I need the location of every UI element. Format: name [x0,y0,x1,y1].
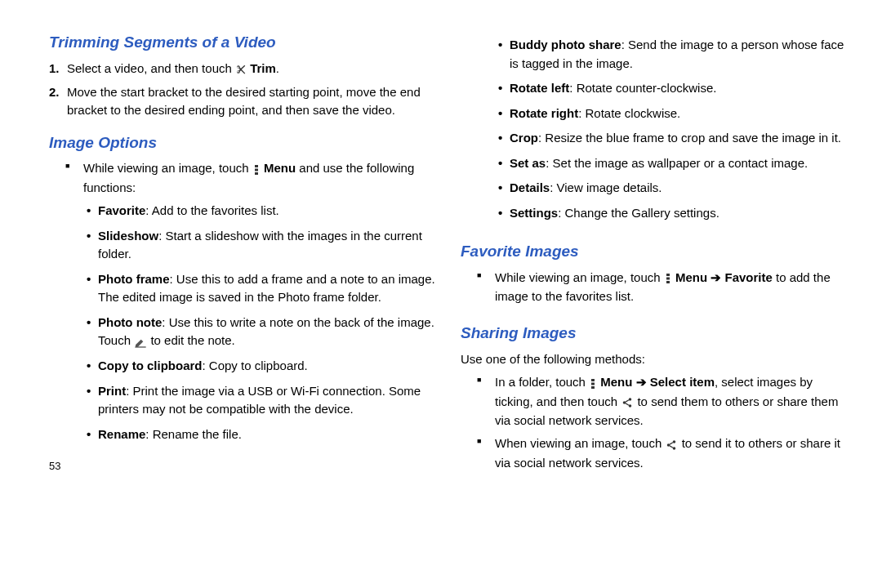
image-options-intro: While viewing an image, touch Menu and u… [49,159,438,443]
share1-pre: In a folder, touch [495,375,589,389]
right-column: Buddy photo share: Send the image to a p… [461,31,849,572]
menu-icon [664,269,672,287]
opt-text: : Set the image as wallpaper or a contac… [546,156,808,170]
svg-rect-3 [666,274,670,276]
opt-favorite: Favorite: Add to the favorites list. [98,202,438,220]
edit-icon [134,332,147,351]
opt-label: Print [98,384,126,398]
share-icon [621,393,634,412]
opt-label: Set as [510,156,546,170]
step-end: . [276,61,279,75]
opt-label: Rename [98,427,145,441]
opt-label: Rotate left [510,81,569,95]
opt-text: : Resize the blue frame to crop and save… [538,131,841,145]
opt-crop: Crop: Resize the blue frame to crop and … [510,129,849,148]
heading-favorite-images: Favorite Images [461,240,849,264]
step-number: 1. [49,60,60,78]
sharing-list: In a folder, touch Menu ➔ Select item, s… [461,373,849,472]
opt-rotate-left: Rotate left: Rotate counter-clockwise. [510,79,849,98]
svg-rect-2 [255,172,258,175]
share-icon [665,435,678,454]
menu-label: Menu [600,375,632,389]
svg-rect-1 [255,169,258,172]
svg-rect-7 [591,383,595,385]
heading-sharing-images: Sharing Images [461,322,849,345]
svg-point-10 [623,402,626,405]
opt-text: : Rename the file. [145,427,242,441]
opt-text: : Add to the favorites list. [145,203,278,217]
svg-rect-4 [666,278,670,280]
opt-label: Rotate right [510,106,578,120]
opt-label: Copy to clipboard [98,359,203,372]
menu-label: Menu [675,270,707,284]
opt-label: Favorite [98,203,145,217]
opt-text: : Print the image via a USB or Wi-Fi con… [98,384,421,416]
step-text: Move the start bracket to the desired st… [67,85,421,118]
intro-pre: While viewing an image, touch [83,161,252,175]
step-number: 2. [49,83,60,102]
opt-label: Photo note [98,315,162,329]
opt-label: Buddy photo share [510,38,621,51]
favorite-label: Favorite [724,270,772,284]
manual-page: Trimming Segments of a Video 1. Select a… [0,0,882,588]
intro-item: While viewing an image, touch Menu and u… [83,159,438,443]
svg-point-9 [629,399,632,402]
step-text: Select a video, and then touch [67,61,235,75]
share-viewing: When viewing an image, touch to send it … [495,434,849,472]
opt-set-as: Set as: Set the image as wallpaper or a … [510,154,849,173]
opt-label: Slideshow [98,229,158,243]
svg-rect-0 [255,165,258,167]
share-lead: Use one of the following methods: [461,350,849,369]
opt-label: Crop [510,131,538,145]
share2-pre: When viewing an image, touch [495,436,665,450]
heading-image-options: Image Options [49,131,438,155]
opt-settings: Settings: Change the Gallery settings. [510,204,849,223]
image-options-bullets: Favorite: Add to the favorites list. Sli… [83,202,438,443]
trimming-steps: 1. Select a video, and then touch Trim. … [49,60,438,120]
menu-label: Menu [264,161,296,175]
trim-label: Trim [250,61,276,75]
menu-icon [252,160,261,179]
opt-label: Settings [510,206,558,220]
opt-photo-note: Photo note: Use this to write a note on … [98,314,438,351]
svg-point-14 [673,447,676,450]
opt-rename: Rename: Rename the file. [98,425,438,444]
opt-copy: Copy to clipboard: Copy to clipboard. [98,357,438,376]
svg-point-11 [629,405,632,408]
heading-trimming: Trimming Segments of a Video [49,31,438,55]
step-2: 2. Move the start bracket to the desired… [67,83,438,120]
svg-point-12 [673,440,676,443]
arrow: ➔ [707,270,724,284]
scissors-icon [235,60,247,78]
left-column: Trimming Segments of a Video 1. Select a… [49,31,438,572]
opt-photo-frame: Photo frame: Use this to add a frame and… [98,270,438,307]
favorite-item: While viewing an image, touch Menu ➔ Fav… [495,269,849,306]
opt-label: Details [510,180,550,194]
opt-text-post: to edit the note. [150,333,234,347]
favorite-images-list: While viewing an image, touch Menu ➔ Fav… [461,269,849,306]
svg-point-13 [667,443,670,447]
image-options-bullets-continued: Buddy photo share: Send the image to a p… [461,36,849,222]
opt-text: : Rotate clockwise. [578,106,680,120]
opt-text: : Copy to clipboard. [203,359,308,372]
share-folder: In a folder, touch Menu ➔ Select item, s… [495,373,849,430]
opt-slideshow: Slideshow: Start a slideshow with the im… [98,227,438,264]
menu-icon [589,374,597,393]
arrow: ➔ [632,375,649,389]
opt-text: : View image details. [550,180,662,194]
page-number: 53 [49,458,438,474]
svg-rect-5 [666,281,670,283]
svg-rect-8 [591,386,595,389]
fav-pre: While viewing an image, touch [495,270,664,284]
select-item-label: Select item [650,375,715,389]
opt-buddy: Buddy photo share: Send the image to a p… [510,36,849,73]
opt-details: Details: View image details. [510,179,849,198]
svg-rect-6 [591,379,595,381]
opt-text: : Change the Gallery settings. [558,206,719,220]
opt-rotate-right: Rotate right: Rotate clockwise. [510,105,849,123]
opt-label: Photo frame [98,272,170,286]
opt-print: Print: Print the image via a USB or Wi-F… [98,382,438,419]
step-1: 1. Select a video, and then touch Trim. [67,60,438,78]
opt-text: : Rotate counter-clockwise. [569,81,716,95]
